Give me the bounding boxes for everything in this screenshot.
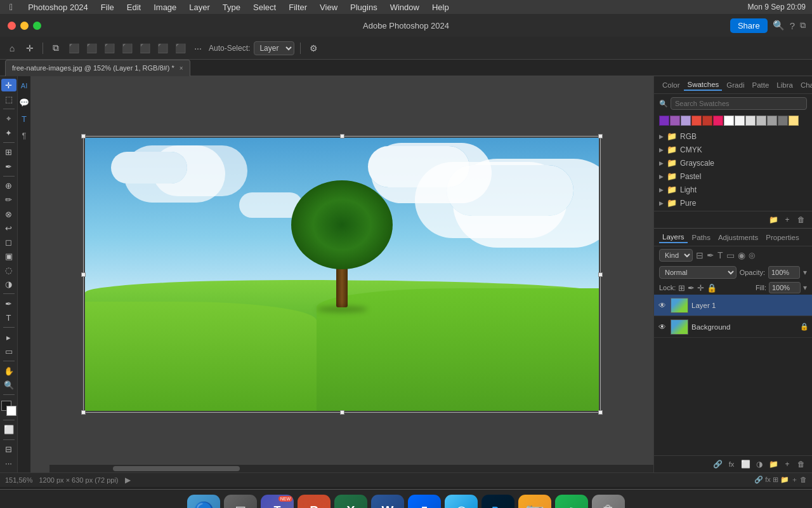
artboard-btn[interactable]: ⊟ [1,443,16,456]
dock-word[interactable]: W [371,495,404,509]
align-bottom-icon[interactable]: ⬛ [155,41,169,55]
delete-layer-icon[interactable]: 🗑 [796,458,807,470]
move-tool[interactable]: ✛ [23,41,37,55]
status-chevron[interactable]: ▶ [125,476,131,485]
distribute-icon[interactable]: ⬛ [173,41,187,55]
swatch-purple[interactable] [659,116,669,126]
pen-tool-btn[interactable]: ✒ [1,297,16,310]
tab-channels[interactable]: Chan [797,80,812,90]
tab-swatches[interactable]: Swatches [684,79,722,91]
lock-all-icon[interactable]: 🔒 [707,283,717,293]
gradient-tool-btn[interactable]: ▣ [1,250,16,262]
delete-swatch-icon[interactable]: 🗑 [796,214,807,225]
lock-artboard-icon[interactable]: ✛ [697,283,704,293]
chat-icon[interactable]: 💬 [18,97,30,108]
menu-type[interactable]: Type [218,1,245,13]
dock-safari[interactable]: ◎ [445,495,478,509]
shape-filter-icon[interactable]: ▭ [726,250,735,260]
dock-finder[interactable]: 🔵 [187,495,220,509]
menu-select[interactable]: Select [249,1,280,13]
scrollbar-thumb[interactable] [113,466,240,471]
settings-icon[interactable]: ⚙ [306,41,320,55]
align-middle-icon[interactable]: ⬛ [138,41,152,55]
share-button[interactable]: Share [730,18,768,33]
select-tool-btn[interactable]: ⬚ [1,93,16,105]
swatch-group-light[interactable]: ▶ 📁 Light [654,183,812,196]
dock-teams[interactable]: T NEW [261,495,294,509]
blend-mode-select[interactable]: Normal [659,266,737,279]
swatch-red[interactable] [691,116,702,126]
swatch-group-grayscale[interactable]: ▶ 📁 Grayscale [654,156,812,170]
background-color[interactable] [6,406,16,416]
menu-file[interactable]: File [96,1,119,13]
kind-select[interactable]: Kind [659,249,693,262]
maximize-button[interactable] [33,22,41,30]
swatch-group-rgb[interactable]: ▶ 📁 RGB [654,130,812,143]
new-swatch-icon[interactable]: + [782,214,793,225]
history-brush-btn[interactable]: ↩ [1,222,16,234]
dock-photos[interactable]: 📷 [518,495,551,509]
minimize-button[interactable] [20,22,29,30]
filter-options-icon[interactable]: ◎ [749,251,755,260]
dock-zalo[interactable]: Z [408,495,441,509]
close-button[interactable] [8,22,16,30]
hand-tool-btn[interactable]: ✋ [1,364,16,377]
swatch-dark-gray[interactable] [778,116,788,126]
opacity-chevron[interactable]: ▾ [803,268,807,277]
tab-gradients[interactable]: Gradi [723,80,747,90]
arrange-icon[interactable]: ⧉ [800,20,806,30]
auto-select-select[interactable]: Layer Group [254,41,294,55]
swatches-search-input[interactable] [671,97,807,110]
menu-layer[interactable]: Layer [185,1,214,13]
canvas-image[interactable] [85,138,599,411]
tab-patterns[interactable]: Patte [749,80,772,90]
menu-plugins[interactable]: Plugins [346,1,382,13]
tab-libraries[interactable]: Libra [773,80,796,90]
dock-photoshop[interactable]: Ps [481,495,514,509]
new-layer-icon[interactable]: + [782,458,793,470]
swatch-light-gray[interactable] [745,116,756,126]
swatch-dark-red[interactable] [702,116,712,126]
menu-filter[interactable]: Filter [284,1,311,13]
layer-row-1[interactable]: 👁 Layer 1 [654,295,812,316]
dock-trash[interactable]: 🗑 [592,495,625,509]
swatch-group-pure[interactable]: ▶ 📁 Pure [654,196,812,210]
fill-input[interactable] [769,282,801,293]
zoom-tool-btn[interactable]: 🔍 [1,378,16,391]
lasso-tool-btn[interactable]: ⌖ [1,112,16,125]
lock-pixels-icon[interactable]: ⊞ [678,283,685,293]
fill-chevron[interactable]: ▾ [803,283,807,292]
text-filter-icon[interactable]: T [717,250,723,260]
handle-bottom-right[interactable] [598,410,603,415]
swatch-mid-gray[interactable] [767,116,777,126]
swatch-light-purple[interactable] [670,116,680,126]
eyedropper-btn[interactable]: ✒ [1,160,16,173]
adjustment-layer-icon[interactable]: ◑ [754,458,765,470]
screen-mode-btn[interactable]: ⬜ [1,424,16,436]
align-right-icon[interactable]: ⬛ [102,41,116,55]
menu-help[interactable]: Help [428,1,454,13]
document-tab[interactable]: free-nature-images.jpg @ 152% (Layer 1, … [5,60,190,76]
align-left-icon[interactable]: ⬛ [67,41,81,55]
tab-color[interactable]: Color [659,80,683,90]
tab-paths[interactable]: Paths [689,232,714,243]
menu-edit[interactable]: Edit [122,1,145,13]
swatch-gray[interactable] [756,116,766,126]
text-tool-btn[interactable]: T [1,311,16,324]
handle-top-right[interactable] [598,134,603,138]
new-folder-icon[interactable]: 📁 [768,214,779,225]
type-icon[interactable]: T [18,113,30,124]
apple-menu[interactable]:  [5,1,17,13]
arrange-icon[interactable]: ⧉ [49,41,63,55]
dock-spotify[interactable]: ♫ [555,495,588,509]
eraser-tool-btn[interactable]: ◻ [1,236,16,248]
tab-adjustments[interactable]: Adjustments [715,232,761,243]
swatch-white[interactable] [724,116,734,126]
tab-close-button[interactable]: × [180,65,183,72]
brush-tool-btn[interactable]: ✏ [1,194,16,206]
lock-position-icon[interactable]: ✒ [688,283,695,293]
swatch-group-cmyk[interactable]: ▶ 📁 CMYK [654,143,812,156]
link-layers-icon[interactable]: 🔗 [712,458,723,470]
handle-bottom-left[interactable] [81,410,86,415]
horizontal-scrollbar[interactable] [49,465,653,472]
